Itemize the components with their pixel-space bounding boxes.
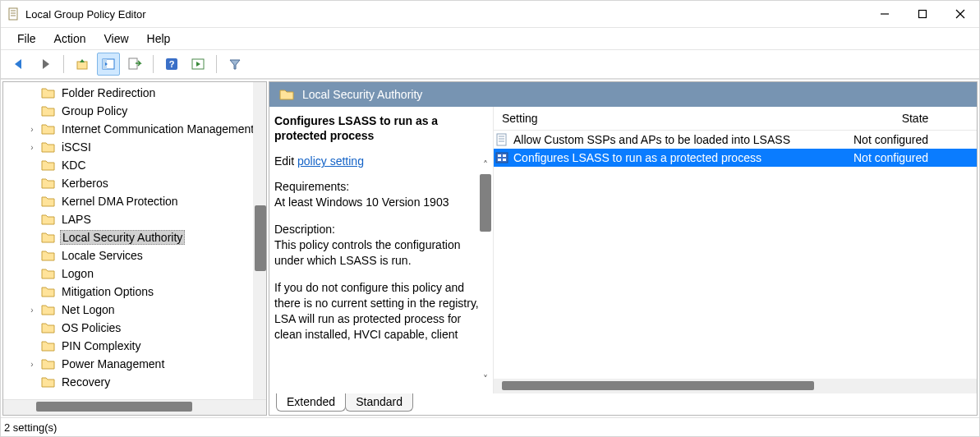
tree-item[interactable]: ›iSCSI: [3, 138, 266, 156]
tree-item-label: Locale Services: [60, 249, 145, 262]
folder-icon: [41, 250, 55, 261]
tree-item[interactable]: Local Security Authority: [3, 228, 266, 246]
tab-standard[interactable]: Standard: [345, 393, 413, 412]
minimize-button[interactable]: [866, 1, 904, 27]
column-state[interactable]: State: [853, 112, 977, 125]
setting-state: Not configured: [850, 151, 977, 164]
requirements-label: Requirements:: [274, 179, 483, 195]
tab-extended[interactable]: Extended: [276, 393, 346, 412]
desc-scroll-thumb[interactable]: [480, 174, 491, 232]
list-header: Setting State: [494, 107, 977, 131]
tree-item-label: KDC: [60, 159, 88, 172]
tree-vscroll-thumb[interactable]: [255, 205, 266, 271]
description-block: Description: This policy controls the co…: [274, 222, 483, 269]
forward-button[interactable]: [34, 53, 57, 76]
edit-line: Edit policy setting: [274, 154, 483, 168]
refresh-button[interactable]: [186, 53, 209, 76]
tabs-row: Extended Standard: [269, 393, 977, 415]
tree-item-label: Net Logon: [60, 303, 117, 316]
right-body: Configures LSASS to run as a protected p…: [269, 107, 977, 393]
tree-item-label: PIN Complexity: [60, 339, 142, 352]
menu-bar: File Action View Help: [1, 28, 979, 50]
tree-item-label: Mitigation Options: [60, 285, 155, 298]
tree-item[interactable]: ›Internet Communication Management: [3, 120, 266, 138]
folder-icon: [41, 304, 55, 315]
folder-icon: [279, 88, 294, 101]
back-button[interactable]: [7, 53, 30, 76]
tree-item-label: Internet Communication Management: [60, 122, 255, 136]
right-pane: Local Security Authority Configures LSAS…: [269, 81, 978, 416]
tree-item-label: Kerberos: [60, 177, 110, 190]
show-tree-button[interactable]: [97, 53, 120, 76]
tree-scroll[interactable]: Folder RedirectionGroup Policy›Internet …: [3, 82, 266, 399]
folder-icon: [41, 358, 55, 370]
folder-icon: [41, 123, 55, 135]
description-p2: If you do not configure this policy and …: [274, 280, 483, 343]
tree-item[interactable]: Mitigation Options: [3, 283, 266, 301]
description-label: Description:: [274, 222, 483, 237]
expander-icon[interactable]: ›: [26, 306, 38, 315]
folder-icon: [41, 105, 55, 117]
svg-rect-22: [498, 154, 501, 157]
up-button[interactable]: [71, 53, 94, 76]
scroll-down-icon[interactable]: ˅: [478, 372, 493, 387]
list-row[interactable]: Allow Custom SSPs and APs to be loaded i…: [494, 131, 977, 149]
window-root: Local Group Policy Editor File Action Vi…: [0, 0, 980, 437]
menu-file[interactable]: File: [9, 30, 44, 48]
tree-item[interactable]: Logon: [3, 264, 266, 283]
menu-help[interactable]: Help: [139, 30, 179, 48]
folder-icon: [41, 232, 55, 243]
tree-item[interactable]: LAPS: [3, 210, 266, 228]
scroll-up-icon[interactable]: ˄: [478, 158, 493, 172]
expander-icon[interactable]: ›: [26, 125, 38, 134]
export-button[interactable]: [123, 53, 146, 76]
policy-icon: [495, 133, 512, 146]
tree-hscroll-thumb[interactable]: [36, 402, 192, 412]
tree-item[interactable]: OS Policies: [3, 319, 266, 337]
svg-rect-25: [503, 159, 506, 161]
svg-rect-5: [919, 11, 927, 18]
help-button[interactable]: ?: [160, 53, 183, 76]
menu-view[interactable]: View: [95, 30, 136, 48]
folder-icon: [41, 286, 55, 297]
folder-icon: [41, 177, 55, 189]
list-hscroll-thumb[interactable]: [502, 381, 814, 390]
svg-rect-23: [498, 159, 501, 161]
tree-item-label: OS Policies: [60, 321, 122, 334]
tree-item[interactable]: Folder Redirection: [3, 84, 266, 102]
work-area: Folder RedirectionGroup Policy›Internet …: [1, 79, 979, 417]
folder-icon: [41, 340, 55, 352]
tree-item[interactable]: ›Power Management: [3, 355, 266, 373]
tree-item[interactable]: KDC: [3, 156, 266, 174]
tree-item-label: Group Policy: [60, 104, 129, 117]
expander-icon[interactable]: ›: [26, 360, 38, 369]
tree-item[interactable]: Locale Services: [3, 246, 266, 264]
list-hscroll[interactable]: [494, 379, 977, 393]
tree-item[interactable]: ›Net Logon: [3, 301, 266, 319]
list-row[interactable]: Configures LSASS to run as a protected p…: [494, 149, 977, 167]
tree-item[interactable]: Group Policy: [3, 102, 266, 120]
edit-policy-link[interactable]: policy setting: [297, 154, 364, 168]
column-setting[interactable]: Setting: [494, 112, 853, 125]
folder-icon: [41, 268, 55, 279]
tree-item[interactable]: Kerberos: [3, 174, 266, 192]
tree-vscroll-track[interactable]: [253, 82, 266, 399]
tree-item-label: LAPS: [60, 213, 93, 226]
tree-item[interactable]: PIN Complexity: [3, 337, 266, 355]
tree-hscroll[interactable]: [3, 399, 266, 415]
description-p2-block: If you do not configure this policy and …: [274, 280, 483, 343]
description-column: Configures LSASS to run as a protected p…: [269, 107, 494, 393]
menu-action[interactable]: Action: [46, 30, 94, 48]
expander-icon[interactable]: ›: [26, 143, 38, 152]
tree-item[interactable]: Kernel DMA Protection: [3, 192, 266, 210]
maximize-button[interactable]: [904, 1, 941, 27]
filter-button[interactable]: [223, 53, 246, 76]
tree-item-label: Power Management: [60, 357, 166, 370]
app-icon: [7, 7, 21, 21]
tree-item-label: Local Security Authority: [60, 230, 185, 245]
desc-scrollbar[interactable]: ˄ ˅: [478, 158, 493, 387]
close-button[interactable]: [941, 1, 979, 27]
tree-item[interactable]: Recovery: [3, 373, 266, 391]
window-title: Local Group Policy Editor: [25, 8, 146, 21]
folder-icon: [41, 159, 55, 171]
